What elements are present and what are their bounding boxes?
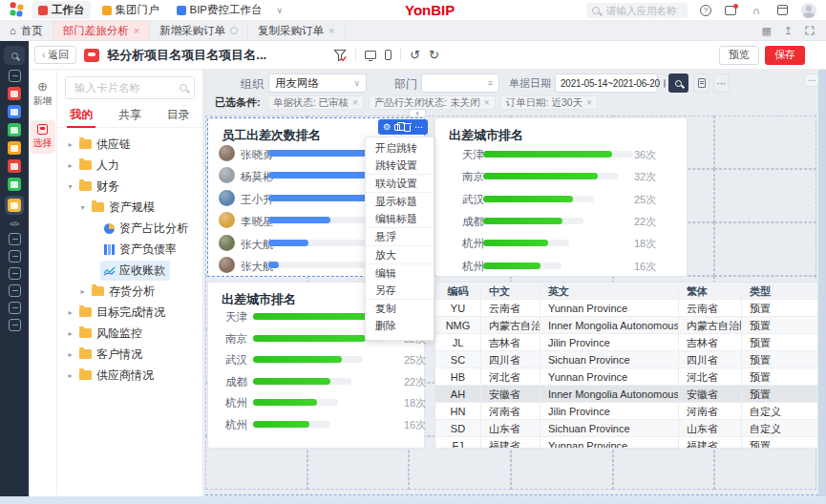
rail-folder-icon[interactable] xyxy=(9,233,21,245)
close-icon[interactable]: × xyxy=(328,25,334,36)
card-more-icon[interactable]: ⋯ xyxy=(414,123,423,132)
top-menu-1[interactable]: 工作台 xyxy=(32,1,91,19)
sidebar-tab-1[interactable]: 我的 xyxy=(57,103,106,127)
table-header-cell[interactable]: 类型 xyxy=(742,283,818,299)
rail-app-edit-icon[interactable] xyxy=(8,105,21,118)
help-icon[interactable]: ? xyxy=(700,5,711,16)
top-menu-2[interactable]: 集团门户 xyxy=(96,1,165,19)
mobile-view-icon[interactable] xyxy=(385,50,392,60)
card-search-input[interactable] xyxy=(73,81,175,94)
caret-right-icon[interactable]: ▸ xyxy=(65,329,75,338)
tab-2[interactable]: 部门差旅分析× xyxy=(53,21,150,40)
tree-item-11[interactable]: ▸客户情况 xyxy=(57,344,202,365)
select-card-button[interactable]: 选择 xyxy=(31,120,55,154)
chevron-down-icon[interactable]: ∨ xyxy=(277,6,284,15)
close-icon[interactable]: × xyxy=(484,97,490,108)
app-search-box[interactable] xyxy=(586,3,688,18)
rail-message-icon[interactable] xyxy=(9,319,21,331)
close-icon[interactable]: × xyxy=(586,97,592,108)
filter-more-button[interactable]: ⋯ xyxy=(713,74,730,93)
menu-item-编辑[interactable]: 编辑 xyxy=(366,264,434,282)
rail-chat-icon[interactable] xyxy=(9,250,21,262)
save-button[interactable]: 保存 xyxy=(765,46,805,65)
rail-search-icon[interactable] xyxy=(4,46,25,65)
menu-item-联动设置[interactable]: 联动设置 xyxy=(366,175,434,192)
user-avatar[interactable] xyxy=(801,3,816,18)
menu-item-另存[interactable]: 另存 xyxy=(366,282,434,299)
rail-printer-icon[interactable] xyxy=(9,302,21,314)
table-header-cell[interactable]: 繁体 xyxy=(679,283,742,299)
close-icon[interactable]: × xyxy=(352,97,358,108)
tree-item-7[interactable]: 应收账款 xyxy=(57,260,202,281)
menu-item-显示标题[interactable]: 显示标题 xyxy=(366,193,434,210)
messages-icon[interactable] xyxy=(724,4,737,17)
table-row[interactable]: HN河南省Jilin Province河南省自定义 xyxy=(435,403,817,420)
tree-item-2[interactable]: ▸人力 xyxy=(57,155,202,176)
menu-item-编辑标题[interactable]: 编辑标题 xyxy=(366,210,434,227)
filter-search-button[interactable] xyxy=(668,74,688,93)
rail-app-doc-icon[interactable] xyxy=(8,123,21,136)
card-province-table[interactable]: 编码中文英文繁体类型YU云南省Yunnan Province云南省预置NMG内蒙… xyxy=(434,282,818,449)
panel-toggle-button[interactable]: ⋯ xyxy=(804,74,818,87)
tree-item-1[interactable]: ▸供应链 xyxy=(57,134,202,155)
card-settings-icon[interactable]: ⚙ xyxy=(383,123,391,132)
tree-item-4[interactable]: ▾资产规模 xyxy=(57,197,202,218)
menu-item-删除[interactable]: 删除 xyxy=(366,317,434,334)
top-menu-3[interactable]: BIP费控工作台 xyxy=(171,1,268,19)
table-row[interactable]: SD山东省Sichuan Province山东省自定义 xyxy=(435,420,817,437)
upload-icon[interactable]: ↥ xyxy=(784,25,793,37)
undo-icon[interactable]: ↺ xyxy=(410,49,420,61)
sidebar-tab-2[interactable]: 共享 xyxy=(106,103,155,127)
card-city-trips-top[interactable]: 出差城市排名 天津36次南京32次武汉25次成都22次杭州18次杭州16次 xyxy=(434,117,688,277)
close-icon[interactable]: × xyxy=(134,25,139,36)
table-header-cell[interactable]: 英文 xyxy=(540,283,679,299)
tree-item-9[interactable]: ▸目标完成情况 xyxy=(57,302,202,323)
rail-code-icon[interactable]: </> xyxy=(10,220,18,228)
caret-right-icon[interactable]: ▸ xyxy=(65,161,75,170)
caret-down-icon[interactable]: ▾ xyxy=(65,182,75,191)
tree-item-6[interactable]: 资产负债率 xyxy=(57,239,202,260)
table-header-cell[interactable]: 编码 xyxy=(435,283,481,299)
app-search-input[interactable] xyxy=(604,4,681,17)
table-row[interactable]: YU云南省Yunnan Province云南省预置 xyxy=(435,300,817,317)
table-row[interactable]: NMG内蒙古自治区Inner Mongolia Autonomous Regio… xyxy=(435,317,817,334)
tree-item-12[interactable]: ▸供应商情况 xyxy=(57,365,202,386)
sidebar-tab-3[interactable]: 目录 xyxy=(154,103,202,127)
rail-app-report-icon[interactable] xyxy=(8,87,21,100)
caret-down-icon[interactable]: ▾ xyxy=(77,203,88,212)
caret-right-icon[interactable]: ▸ xyxy=(65,140,75,149)
calendar-icon[interactable] xyxy=(775,4,789,17)
card-delete-icon[interactable] xyxy=(404,123,411,132)
redo-icon[interactable]: ↻ xyxy=(429,49,439,61)
menu-item-悬浮[interactable]: 悬浮 xyxy=(366,228,434,245)
tree-item-5[interactable]: 资产占比分析 xyxy=(57,218,202,239)
card-search-box[interactable] xyxy=(65,76,195,99)
right-edge-strip[interactable] xyxy=(818,70,826,496)
dept-filter-select[interactable]: ≡ xyxy=(421,74,499,93)
table-row[interactable]: JL吉林省Jilin Province吉林省预置 xyxy=(435,334,817,351)
expand-icon[interactable] xyxy=(805,26,815,35)
table-row[interactable]: SC四川省Sichuan Province四川省预置 xyxy=(435,351,817,368)
tab-1[interactable]: ⌂首页 xyxy=(0,21,53,40)
rail-app-settings-icon[interactable] xyxy=(5,196,24,215)
caret-right-icon[interactable]: ▸ xyxy=(65,350,75,359)
rail-app-box-icon[interactable] xyxy=(8,141,21,155)
table-header-cell[interactable]: 中文 xyxy=(481,283,540,299)
table-row[interactable]: AH安徽省Inner Mongolia Autonomous Region安徽省… xyxy=(435,386,817,403)
desktop-view-icon[interactable] xyxy=(365,51,376,59)
card-copy-icon[interactable] xyxy=(394,124,400,131)
org-filter-select[interactable]: 用友网络 ∨ xyxy=(268,74,367,93)
filter-reset-button[interactable] xyxy=(693,74,710,93)
menu-item-复制[interactable]: 复制 xyxy=(366,300,434,317)
filter-icon[interactable] xyxy=(333,49,347,62)
collapse-filters-button[interactable]: ∧ xyxy=(409,109,426,117)
caret-right-icon[interactable]: ▸ xyxy=(77,287,88,296)
rail-app-stamp-icon[interactable] xyxy=(8,159,21,173)
tree-item-3[interactable]: ▾财务 xyxy=(57,176,202,197)
tab-4[interactable]: 复制采购订单× xyxy=(248,21,345,40)
back-button[interactable]: ‹ 返回 xyxy=(34,46,76,64)
table-row[interactable]: HB河北省Yunnan Province河北省预置 xyxy=(435,368,817,386)
menu-item-开启跳转[interactable]: 开启跳转 xyxy=(366,139,434,157)
preview-button[interactable]: 预览 xyxy=(719,46,759,65)
date-filter-input[interactable]: 2021-05-14~2021-06-20 xyxy=(555,74,658,93)
